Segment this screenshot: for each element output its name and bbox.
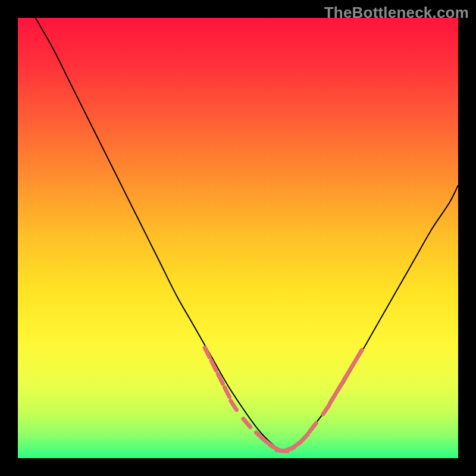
chart-canvas — [18, 18, 458, 458]
watermark-text: TheBottleneck.com — [324, 4, 469, 22]
gradient-background — [18, 18, 458, 458]
outer-frame: TheBottleneck.com — [0, 0, 476, 476]
plot-area — [18, 18, 458, 458]
